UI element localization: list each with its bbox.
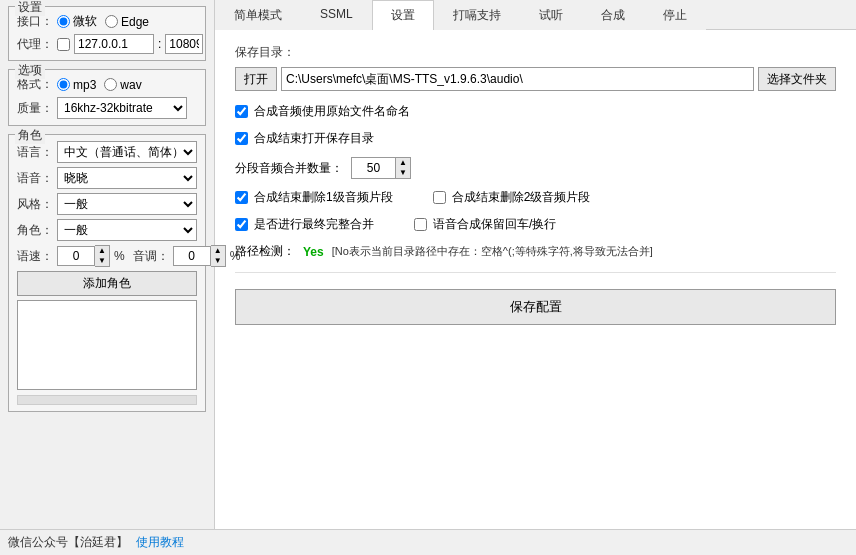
checkbox2-label: 合成结束打开保存目录 [254,130,374,147]
pitch-up-btn[interactable]: ▲ [211,246,225,256]
tutorial-link[interactable]: 使用教程 [136,534,184,551]
proxy-colon: : [158,37,161,51]
checkbox2-input[interactable] [235,132,248,145]
path-input[interactable]: C:\Users\mefc\桌面\MS-TTS_v1.9.6.3\audio\ [281,67,754,91]
checkbox3-label: 合成结束删除1级音频片段 [254,189,393,206]
speed-label: 语速： [17,248,53,265]
radio-edge[interactable]: Edge [105,15,149,29]
path-check-row: 路径检测： Yes [No表示当前目录路径中存在：空格^(;等特殊字符,将导致无… [235,243,836,260]
segment-up-btn[interactable]: ▲ [396,158,410,168]
speed-up-btn[interactable]: ▲ [95,246,109,256]
checkbox-two-col-2: 是否进行最终完整合并 语音合成保留回车/换行 [235,216,836,233]
segment-input[interactable]: 50 [351,157,396,179]
pitch-down-btn[interactable]: ▼ [211,256,225,266]
tab-preview[interactable]: 试听 [520,0,582,30]
role-group: 角色 语言： 中文（普通话、简体） 语音： 晓晓 风格： 一般 [8,134,206,412]
radio-mp3[interactable]: mp3 [57,78,96,92]
pitch-unit: % [230,249,241,263]
path-check-value: Yes [303,245,324,259]
tab-content-settings: 保存目录： 打开 C:\Users\mefc\桌面\MS-TTS_v1.9.6.… [215,30,856,529]
quality-select[interactable]: 16khz-32kbitrate [57,97,187,119]
lang-row: 语言： 中文（普通话、简体） [17,141,197,163]
checkbox1-input[interactable] [235,105,248,118]
radio-wav-input[interactable] [104,78,117,91]
path-check-note: [No表示当前目录路径中存在：空格^(;等特殊字符,将导致无法合并] [332,244,653,259]
radio-microsoft-input[interactable] [57,15,70,28]
checkbox5-row: 是否进行最终完整合并 [235,216,374,233]
role-selector-label: 角色： [17,222,53,239]
radio-microsoft-label: 微软 [73,13,97,30]
options-group: 选项 格式： mp3 wav 质量： [8,69,206,126]
pitch-label: 音调： [133,248,169,265]
radio-edge-label: Edge [121,15,149,29]
wechat-link[interactable]: 微信公众号【治廷君】 [8,534,128,551]
role-scrollbar[interactable] [17,395,197,405]
voice-label: 语音： [17,170,53,187]
segment-row: 分段音频合并数量： 50 ▲ ▼ [235,157,836,179]
format-radio-group: mp3 wav [57,78,142,92]
lang-select[interactable]: 中文（普通话、简体） [57,141,197,163]
choose-folder-button[interactable]: 选择文件夹 [758,67,836,91]
radio-edge-input[interactable] [105,15,118,28]
checkbox6-row: 语音合成保留回车/换行 [414,216,556,233]
tab-synthesize[interactable]: 合成 [582,0,644,30]
tab-ssml[interactable]: SSML [301,0,372,30]
radio-mp3-label: mp3 [73,78,96,92]
segment-down-btn[interactable]: ▼ [396,168,410,178]
segment-spinner-buttons: ▲ ▼ [396,157,411,179]
proxy-port-input[interactable]: 10809 [165,34,203,54]
tab-belch-support[interactable]: 打嗝支持 [434,0,520,30]
tab-bar: 简单模式 SSML 设置 打嗝支持 试听 合成 停止 [215,0,856,30]
speed-input[interactable]: 0 [57,246,95,266]
voice-select[interactable]: 晓晓 [57,167,197,189]
checkbox4-label: 合成结束删除2级音频片段 [452,189,591,206]
main-layout: 设置 接口： 微软 Edge [0,0,856,529]
tab-settings[interactable]: 设置 [372,0,434,30]
checkbox5-input[interactable] [235,218,248,231]
tab-stop[interactable]: 停止 [644,0,706,30]
pitch-spinner-buttons: ▲ ▼ [211,245,226,267]
checkbox5-label: 是否进行最终完整合并 [254,216,374,233]
pitch-spinner: 0 ▲ ▼ [173,245,226,267]
left-panel: 设置 接口： 微软 Edge [0,0,215,529]
app-window: 设置 接口： 微软 Edge [0,0,856,555]
style-select[interactable]: 一般 [57,193,197,215]
speed-spinner: 0 ▲ ▼ [57,245,110,267]
save-dir-section: 保存目录： 打开 C:\Users\mefc\桌面\MS-TTS_v1.9.6.… [235,44,836,91]
path-row: 打开 C:\Users\mefc\桌面\MS-TTS_v1.9.6.3\audi… [235,67,836,91]
checkbox-two-col-1: 合成结束删除1级音频片段 合成结束删除2级音频片段 [235,189,836,206]
radio-mp3-input[interactable] [57,78,70,91]
checkbox4-input[interactable] [433,191,446,204]
role-group-title: 角色 [15,127,45,144]
role-textarea[interactable] [17,300,197,390]
role-select[interactable]: 一般 [57,219,197,241]
radio-microsoft[interactable]: 微软 [57,13,97,30]
speed-spinner-buttons: ▲ ▼ [95,245,110,267]
proxy-checkbox[interactable] [57,38,70,51]
proxy-ip-input[interactable]: 127.0.0.1 [74,34,154,54]
settings-group: 设置 接口： 微软 Edge [8,6,206,61]
save-config-button[interactable]: 保存配置 [235,289,836,325]
speed-unit: % [114,249,125,263]
tab-simple-mode[interactable]: 简单模式 [215,0,301,30]
options-group-title: 选项 [15,62,45,79]
checkbox6-input[interactable] [414,218,427,231]
checkbox3-row: 合成结束删除1级音频片段 [235,189,393,206]
quality-row: 质量： 16khz-32kbitrate [17,97,197,119]
radio-wav-label: wav [120,78,141,92]
role-selector-row: 角色： 一般 [17,219,197,241]
checkbox1-label: 合成音频使用原始文件名命名 [254,103,410,120]
divider [235,272,836,273]
radio-wav[interactable]: wav [104,78,141,92]
proxy-label: 代理： [17,36,53,53]
checkbox2-row: 合成结束打开保存目录 [235,130,836,147]
speed-down-btn[interactable]: ▼ [95,256,109,266]
add-role-button[interactable]: 添加角色 [17,271,197,296]
open-button[interactable]: 打开 [235,67,277,91]
bottom-bar: 微信公众号【治廷君】 使用教程 [0,529,856,555]
speed-pitch-row: 语速： 0 ▲ ▼ % 音调： 0 ▲ ▼ [17,245,197,267]
checkbox1-row: 合成音频使用原始文件名命名 [235,103,836,120]
checkbox3-input[interactable] [235,191,248,204]
pitch-input[interactable]: 0 [173,246,211,266]
role-area [17,300,197,405]
